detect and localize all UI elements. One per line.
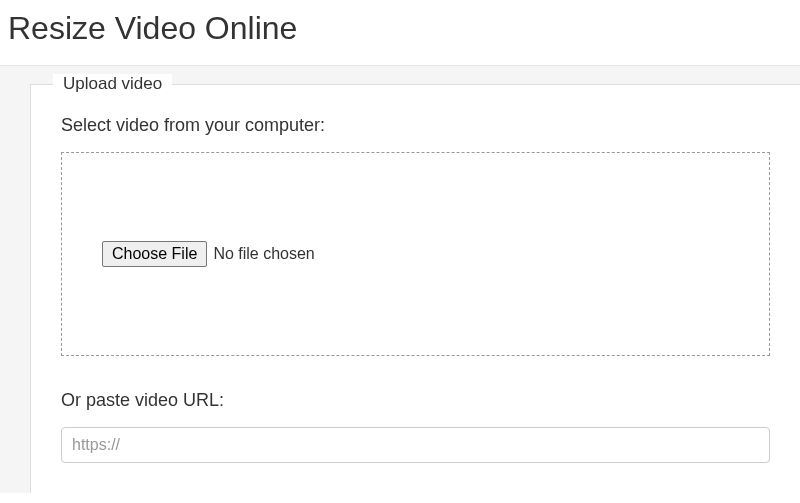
paste-url-label: Or paste video URL: [61,390,770,411]
upload-fieldset: Upload video Select video from your comp… [30,84,800,493]
upload-legend: Upload video [53,74,172,94]
select-video-label: Select video from your computer: [61,115,770,136]
page-title: Resize Video Online [0,0,800,65]
choose-file-button[interactable]: Choose File [102,241,207,267]
upload-panel: Upload video Select video from your comp… [0,65,800,493]
file-status-text: No file chosen [213,245,314,263]
file-dropzone[interactable]: Choose File No file chosen [61,152,770,356]
video-url-input[interactable] [61,427,770,463]
file-input-row: Choose File No file chosen [102,241,729,267]
